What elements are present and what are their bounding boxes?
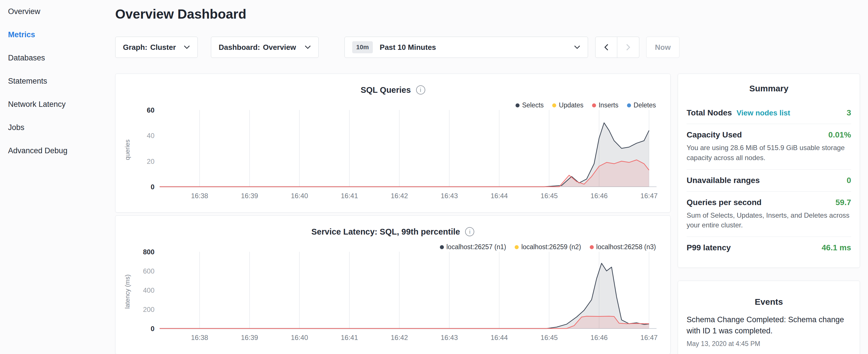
sidebar-item-advanced-debug[interactable]: Advanced Debug xyxy=(8,139,115,162)
chart-legend: SelectsUpdatesInsertsDeletes xyxy=(516,101,656,109)
summary-label: Capacity Used xyxy=(687,130,742,139)
chart-legend: localhost:26257 (n1)localhost:26259 (n2)… xyxy=(440,243,656,251)
summary-row: P99 latency46.1 ms xyxy=(687,237,851,259)
summary-row-top: Total NodesView nodes list3 xyxy=(687,108,851,118)
y-axis-label: latency (ms) xyxy=(124,263,131,320)
summary-row-top: Unavailable ranges0 xyxy=(687,176,851,185)
sidebar-item-metrics[interactable]: Metrics xyxy=(8,23,115,46)
time-forward-button[interactable] xyxy=(617,37,639,58)
summary-row: Capacity Used0.01%You are using 28.6 MiB… xyxy=(687,124,851,169)
app-root: OverviewMetricsDatabasesStatementsNetwor… xyxy=(0,0,868,354)
time-range-selector[interactable]: 10m Past 10 Minutes xyxy=(344,37,588,58)
summary-value: 0 xyxy=(846,176,851,185)
svg-text:16:46: 16:46 xyxy=(591,192,608,200)
legend-dot-icon xyxy=(516,103,520,107)
legend-label: localhost:26259 (n2) xyxy=(521,243,581,251)
page-title: Overview Dashboard xyxy=(115,6,246,22)
legend-item[interactable]: localhost:26258 (n3) xyxy=(590,243,656,251)
svg-text:200: 200 xyxy=(143,305,154,313)
sidebar-nav-list: OverviewMetricsDatabasesStatementsNetwor… xyxy=(0,0,115,162)
dashboard-dropdown-value: Overview xyxy=(263,43,296,52)
svg-text:60: 60 xyxy=(147,106,154,114)
graph-dropdown[interactable]: Graph:Cluster xyxy=(115,37,198,58)
legend-label: Deletes xyxy=(633,101,656,109)
event-text: Schema Change Completed: Schema change w… xyxy=(687,314,851,336)
sidebar-item-overview[interactable]: Overview xyxy=(8,0,115,23)
svg-text:16:41: 16:41 xyxy=(341,334,358,342)
service-latency-chart-card: Service Latency: SQL, 99th percentile i … xyxy=(115,215,671,354)
time-pager xyxy=(595,37,639,58)
time-back-button[interactable] xyxy=(595,37,617,58)
summary-label: Total Nodes xyxy=(687,108,732,118)
summary-row-top: Queries per second59.7 xyxy=(687,198,851,207)
legend-dot-icon xyxy=(592,103,596,107)
summary-value: 0.01% xyxy=(829,130,851,139)
sidebar-item-databases[interactable]: Databases xyxy=(8,46,115,70)
legend-dot-icon xyxy=(627,103,631,107)
controls-bar: Graph:Cluster Dashboard:Overview 10m Pas… xyxy=(115,37,679,58)
info-icon[interactable]: i xyxy=(465,227,474,236)
svg-text:16:40: 16:40 xyxy=(291,192,308,200)
legend-item[interactable]: Inserts xyxy=(592,101,618,109)
svg-text:16:42: 16:42 xyxy=(391,334,408,342)
legend-label: localhost:26258 (n3) xyxy=(596,243,656,251)
summary-value: 59.7 xyxy=(836,198,851,207)
svg-text:40: 40 xyxy=(147,132,154,139)
service-latency-chart[interactable]: 16:3816:3916:4016:4116:4216:4316:4416:45… xyxy=(122,247,664,350)
sidebar-item-network-latency[interactable]: Network Latency xyxy=(8,93,115,116)
now-button[interactable]: Now xyxy=(646,37,679,58)
graph-dropdown-text: Graph:Cluster xyxy=(123,43,176,52)
chevron-down-icon xyxy=(305,45,311,49)
chart-title-row: Service Latency: SQL, 99th percentile i xyxy=(122,225,663,238)
svg-text:0: 0 xyxy=(151,325,154,332)
legend-item[interactable]: Selects xyxy=(516,101,544,109)
sidebar: OverviewMetricsDatabasesStatementsNetwor… xyxy=(0,0,115,354)
chevron-right-icon xyxy=(626,44,630,51)
info-icon[interactable]: i xyxy=(416,85,425,95)
legend-label: Selects xyxy=(522,101,544,109)
graph-dropdown-value: Cluster xyxy=(150,43,176,52)
sidebar-item-statements[interactable]: Statements xyxy=(8,70,115,93)
legend-item[interactable]: localhost:26257 (n1) xyxy=(440,243,506,251)
y-axis-label: queries xyxy=(124,121,131,179)
events-panel: Events Schema Change Completed: Schema c… xyxy=(678,281,860,354)
svg-text:16:39: 16:39 xyxy=(241,334,258,342)
legend-item[interactable]: localhost:26259 (n2) xyxy=(515,243,581,251)
summary-row: Total NodesView nodes list3 xyxy=(687,102,851,124)
summary-value: 3 xyxy=(846,108,851,118)
chart-title: SQL Queries xyxy=(361,85,411,95)
svg-text:16:45: 16:45 xyxy=(540,192,558,200)
legend-label: localhost:26257 (n1) xyxy=(446,243,506,251)
svg-text:16:38: 16:38 xyxy=(191,334,208,342)
summary-description: Sum of Selects, Updates, Inserts, and De… xyxy=(687,211,851,231)
svg-text:20: 20 xyxy=(147,158,154,165)
summary-row-top: P99 latency46.1 ms xyxy=(687,243,851,252)
summary-title: Summary xyxy=(687,84,851,93)
svg-text:16:47: 16:47 xyxy=(641,334,658,342)
sidebar-item-jobs[interactable]: Jobs xyxy=(8,116,115,139)
event-item: Schema Change Completed: Schema change w… xyxy=(687,314,851,348)
time-range-badge: 10m xyxy=(352,41,373,53)
dashboard-dropdown[interactable]: Dashboard:Overview xyxy=(211,37,319,58)
legend-item[interactable]: Deletes xyxy=(627,101,656,109)
svg-text:16:38: 16:38 xyxy=(191,192,208,200)
svg-text:0: 0 xyxy=(151,183,154,191)
view-nodes-link[interactable]: View nodes list xyxy=(737,108,790,118)
svg-text:16:43: 16:43 xyxy=(441,334,458,342)
svg-text:16:39: 16:39 xyxy=(241,192,258,200)
summary-row: Unavailable ranges0 xyxy=(687,169,851,192)
sql-queries-chart[interactable]: 16:3816:3916:4016:4116:4216:4316:4416:45… xyxy=(122,105,664,208)
svg-text:16:46: 16:46 xyxy=(591,334,608,342)
summary-panel: Summary Total NodesView nodes list3Capac… xyxy=(678,74,860,268)
summary-label: Queries per second xyxy=(687,198,762,207)
summary-rows: Total NodesView nodes list3Capacity Used… xyxy=(687,102,851,259)
dashboard-dropdown-text: Dashboard:Overview xyxy=(219,43,296,52)
svg-text:16:43: 16:43 xyxy=(441,192,458,200)
summary-value: 46.1 ms xyxy=(822,243,851,252)
svg-text:16:45: 16:45 xyxy=(540,334,558,342)
svg-text:16:44: 16:44 xyxy=(491,192,508,200)
legend-label: Updates xyxy=(559,101,584,109)
svg-text:16:41: 16:41 xyxy=(341,192,358,200)
legend-dot-icon xyxy=(552,103,556,107)
legend-item[interactable]: Updates xyxy=(552,101,584,109)
